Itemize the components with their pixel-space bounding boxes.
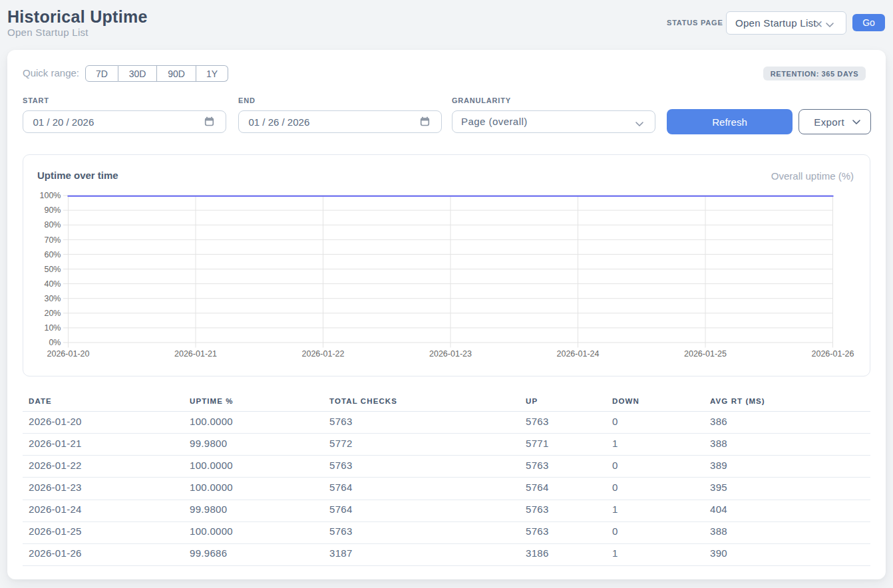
svg-text:2026-01-22: 2026-01-22 xyxy=(302,349,345,359)
svg-text:50%: 50% xyxy=(44,265,61,274)
svg-text:10%: 10% xyxy=(44,323,61,333)
svg-text:2026-01-20: 2026-01-20 xyxy=(47,349,90,359)
svg-text:40%: 40% xyxy=(44,279,61,289)
svg-text:20%: 20% xyxy=(44,309,61,318)
svg-text:2026-01-21: 2026-01-21 xyxy=(174,349,217,359)
svg-text:2026-01-25: 2026-01-25 xyxy=(684,349,727,359)
svg-text:2026-01-23: 2026-01-23 xyxy=(429,349,472,359)
svg-text:30%: 30% xyxy=(44,294,61,303)
svg-text:2026-01-24: 2026-01-24 xyxy=(557,349,600,359)
svg-text:100%: 100% xyxy=(40,191,61,200)
svg-text:70%: 70% xyxy=(44,235,61,245)
svg-text:80%: 80% xyxy=(44,220,61,229)
svg-text:2026-01-26: 2026-01-26 xyxy=(812,349,854,359)
svg-text:0%: 0% xyxy=(49,338,61,347)
svg-text:90%: 90% xyxy=(44,206,61,215)
svg-text:60%: 60% xyxy=(44,250,61,259)
